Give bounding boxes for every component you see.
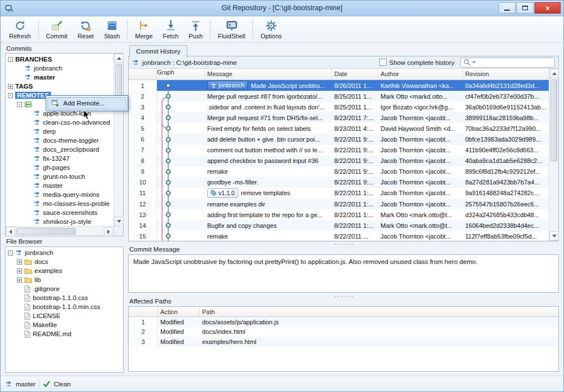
table-row[interactable]: 5Fixed empty for fields on select labels… <box>129 123 549 134</box>
chevron-down-icon[interactable] <box>472 61 476 64</box>
tree-item-bootstrap-1-1-0-min-css[interactable]: bootstrap-1.1.0.min.css <box>6 302 123 311</box>
branch-icon <box>33 182 41 189</box>
column-header-graph[interactable]: Graph <box>157 69 205 80</box>
toolbar-button-refresh[interactable]: Refresh <box>4 17 36 42</box>
tree-item-mo-classes-less-proble[interactable]: mo-classes-less-proble <box>6 199 113 208</box>
tree-item-grunt-no-touch[interactable]: grunt-no-touch <box>6 172 113 181</box>
toolbar-button-push[interactable]: Push <box>183 17 208 42</box>
column-header-action[interactable]: Action <box>158 307 200 316</box>
tree-item-gh-pages[interactable]: gh-pages <box>6 163 113 172</box>
maximize-button[interactable] <box>517 2 534 14</box>
table-row[interactable]: 10goodbye -ms-filter.8/22/2011 9:...Jaco… <box>129 177 549 188</box>
column-header-row-number[interactable] <box>129 69 157 80</box>
minimize-button[interactable] <box>499 2 515 14</box>
table-row[interactable]: 7comment out button method with // so le… <box>129 145 549 156</box>
table-row[interactable]: 15remake8/22/2011 ...Jacob Thornton <jac… <box>129 231 549 241</box>
column-header-path[interactable]: Path <box>200 307 558 316</box>
tree-expand-handle[interactable]: - <box>8 250 13 256</box>
tree-item-license[interactable]: LICENSE <box>6 311 123 320</box>
tree-expand-handle[interactable]: + <box>17 268 22 274</box>
table-row[interactable]: 9remake8/22/2011 9:...Jacob Thornton <ja… <box>129 166 549 177</box>
close-button[interactable]: × <box>535 2 561 14</box>
scroll-right-button[interactable] <box>104 227 113 236</box>
scroll-down-button[interactable] <box>114 217 124 226</box>
tree-item-lib[interactable]: +lib <box>6 275 123 284</box>
scrollbar-thumb[interactable] <box>16 228 76 235</box>
search-box[interactable] <box>460 58 555 68</box>
commits-vertical-scrollbar[interactable] <box>113 54 123 226</box>
tree-item-branches[interactable]: -BRANCHES <box>6 55 113 64</box>
splitter-handle[interactable] <box>128 241 559 246</box>
tree-item-makefile[interactable]: Makefile <box>6 320 123 329</box>
tree-expand-handle[interactable]: + <box>17 259 22 265</box>
tree-item-clean-css-no-advanced[interactable]: clean-css-no-advanced <box>6 118 113 127</box>
table-row[interactable]: 3.sidebar and .content in fluid layouts … <box>129 102 549 112</box>
table-row[interactable]: 4Merge pull request #71 from DHS/fix-sel… <box>129 112 549 123</box>
toolbar-button-fluidshell[interactable]: FluidShell <box>213 17 250 42</box>
tree-item-master[interactable]: master <box>6 181 113 190</box>
column-header-author[interactable]: Author <box>378 69 463 80</box>
tree-item-media-query-mixins[interactable]: media-query-mixins <box>6 190 113 199</box>
tree-item-label: gh-pages <box>43 164 70 171</box>
table-row[interactable]: 11v1.1.0remove templates8/22/2011 1:...J… <box>129 188 549 199</box>
scrollbar-thumb[interactable] <box>115 64 122 97</box>
tree-item-jonbranch[interactable]: jonbranch <box>6 64 113 73</box>
table-row[interactable]: 8append checkbox to password input #368/… <box>129 156 549 166</box>
scrollbar-thumb[interactable] <box>550 80 557 161</box>
tree-item-sauce-screenshots[interactable]: sauce-screenshots <box>6 208 113 217</box>
tree-item-derp[interactable]: derp <box>6 127 113 136</box>
affected-path-row[interactable]: 3Modifiedexamples/hero.html <box>129 337 558 347</box>
date-cell: 8/23/2011 4:... <box>332 123 378 134</box>
commit-graph-cell <box>157 199 205 209</box>
tree-item-master[interactable]: master <box>6 73 113 82</box>
tree-item-examples[interactable]: +examples <box>6 266 123 275</box>
toolbar-button-stash[interactable]: Stash <box>99 17 125 42</box>
tree-expand-handle[interactable]: + <box>8 84 13 89</box>
scroll-down-button[interactable] <box>549 231 559 241</box>
tree-expand-handle[interactable]: + <box>17 278 22 283</box>
tree-item-jonbranch[interactable]: -jonbranch <box>6 248 123 257</box>
tree-item-docs-zeroclipboard[interactable]: docs_zeroclipboard <box>6 145 113 154</box>
tree-expand-handle[interactable]: - <box>17 102 22 107</box>
tab-commit-history[interactable]: Commit History <box>129 45 187 57</box>
toolbar-button-merge[interactable]: Merge <box>130 17 158 42</box>
tree-expand-handle[interactable]: - <box>8 57 13 62</box>
tree-expand-handle[interactable]: - <box>8 93 13 98</box>
menu-item-add-remote[interactable]: Add Remote... <box>47 97 126 109</box>
tree-item-xhmikosr-js-style[interactable]: xhmikosr-js-style <box>6 217 113 226</box>
splitter-handle[interactable] <box>128 294 559 299</box>
toolbar-button-options[interactable]: Options <box>255 17 287 42</box>
affected-path-row[interactable]: 2Modifieddocs/index.html <box>129 327 558 337</box>
message-cell: jonbranchMade JavaScript unobtru... <box>205 80 332 91</box>
column-header-date[interactable]: Date <box>332 69 378 80</box>
toolbar-button-fetch[interactable]: Fetch <box>158 17 184 42</box>
toolbar-button-reset[interactable]: Reset <box>72 17 99 42</box>
commits-horizontal-scrollbar[interactable] <box>6 226 113 236</box>
history-vertical-scrollbar[interactable] <box>549 69 558 241</box>
table-row[interactable]: 6add delete button + give .btn cursor:po… <box>129 134 549 144</box>
table-row[interactable]: 1jonbranchMade JavaScript unobtru...8/26… <box>129 80 549 91</box>
column-header-message[interactable]: Message <box>205 69 332 80</box>
table-row[interactable]: 13adding first template to the repo for … <box>129 209 549 220</box>
tree-item-tags[interactable]: +TAGS <box>6 82 113 91</box>
search-input[interactable] <box>478 59 552 66</box>
tree-item-docs-theme-toggler[interactable]: docs-theme-toggler <box>6 136 113 145</box>
column-header-row-number[interactable] <box>129 307 158 316</box>
scroll-up-button[interactable] <box>549 69 559 78</box>
tree-item-bootstrap-1-1-0-css[interactable]: bootstrap-1.1.0.css <box>6 293 123 302</box>
scroll-left-button[interactable] <box>6 227 15 236</box>
tree-item-readme-md[interactable]: README.md <box>6 329 123 338</box>
tree-item-fix-13247[interactable]: fix-13247 <box>6 154 113 163</box>
table-row[interactable]: 14Bugfix and copy changes8/22/2011 1:...… <box>129 220 549 231</box>
table-row[interactable]: 2Merge pull request #87 from igorbozato/… <box>129 91 549 102</box>
table-row[interactable]: 12rename examples dir8/22/2011 1:...Jaco… <box>129 199 549 209</box>
column-header-revision[interactable]: Revision <box>463 69 549 80</box>
tree-item-docs[interactable]: +docs <box>6 257 123 266</box>
row-number-cell: 3 <box>129 102 157 112</box>
affected-path-row[interactable]: 1Modifieddocs/assets/js/application.js <box>129 317 558 327</box>
toolbar-button-commit[interactable]: Commit <box>41 17 73 42</box>
scroll-up-button[interactable] <box>114 54 124 63</box>
tree-item-gitignore[interactable]: .gitignore <box>6 284 123 293</box>
show-complete-history-checkbox[interactable] <box>379 59 387 66</box>
title-bar[interactable]: Git Repository - [C:\git-bootstrap-mine]… <box>1 1 563 16</box>
